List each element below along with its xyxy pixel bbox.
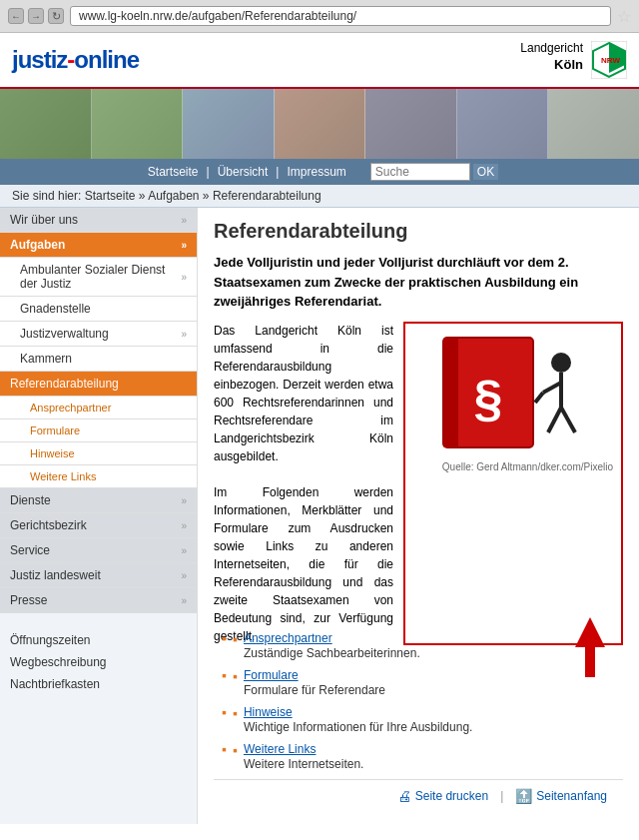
arrow-icon: » [181, 272, 187, 283]
banner-img-7 [548, 89, 639, 159]
bookmark-icon[interactable]: ☆ [617, 7, 631, 26]
sidebar-item-wir-uber-uns[interactable]: Wir über uns » [0, 208, 197, 233]
search-button[interactable]: OK [472, 163, 499, 181]
banner-img-5 [365, 89, 457, 159]
nav-bar: Startseite | Übersicht | Impressum OK [0, 159, 639, 185]
link-weitere-links[interactable]: Weitere Links [244, 742, 364, 756]
nrw-logo: NRW [591, 41, 627, 79]
court-name: Landgericht Köln [520, 41, 583, 73]
sidebar-bottom-wegbeschreibung[interactable]: Wegbeschreibung [0, 651, 197, 673]
bullet-icon: ▪ [233, 742, 238, 758]
svg-rect-5 [443, 338, 458, 447]
logo: justiz-online [12, 46, 520, 74]
breadcrumb-startseite[interactable]: Startseite [85, 189, 136, 203]
sidebar-item-kammern[interactable]: Kammern [0, 347, 197, 372]
book-svg: § [413, 328, 613, 457]
sidebar-item-dienste[interactable]: Dienste » [0, 488, 197, 513]
sidebar-item-aufgaben[interactable]: Aufgaben » [0, 233, 197, 258]
sidebar: Wir über uns » Aufgaben » Ambulanter Soz… [0, 208, 198, 824]
refresh-button[interactable]: ↻ [48, 8, 64, 24]
sidebar-item-ambulanter[interactable]: Ambulanter Sozialer Dienst der Justiz » [0, 258, 197, 297]
breadcrumb-sep-2: » [203, 189, 213, 203]
sidebar-item-service[interactable]: Service » [0, 538, 197, 563]
sidebar-item-hinweise[interactable]: Hinweise [0, 442, 197, 465]
sidebar-item-justiz-landesweit[interactable]: Justiz landesweit » [0, 563, 197, 588]
site-header: justiz-online Landgericht Köln NRW [0, 33, 639, 89]
top-icon: 🔝 [515, 788, 532, 804]
bullet-icon: ▪ [233, 631, 238, 647]
svg-line-9 [543, 383, 561, 393]
nav-startseite[interactable]: Startseite [140, 165, 207, 179]
banner-img-6 [457, 89, 549, 159]
top-link[interactable]: 🔝 Seitenanfang [515, 788, 607, 804]
sidebar-item-gnadenstelle[interactable]: Gnadenstelle [0, 297, 197, 322]
print-link[interactable]: 🖨 Seite drucken [397, 788, 488, 804]
nav-links: Startseite | Übersicht | Impressum OK [140, 163, 499, 181]
header-right: Landgericht Köln NRW [520, 41, 627, 79]
sidebar-bottom-oeffnungszeiten[interactable]: Öffnungszeiten [0, 629, 197, 651]
search-box: OK [370, 163, 499, 181]
logo-text: justiz-online [12, 46, 139, 73]
sidebar-bottom: Öffnungszeiten Wegbeschreibung Nachtbrie… [0, 629, 197, 695]
link-ansprechpartner[interactable]: Ansprechpartner [244, 631, 420, 645]
banner [0, 89, 639, 159]
address-bar[interactable]: www.lg-koeln.nrw.de/aufgaben/Referendara… [70, 6, 611, 26]
arrow-icon: » [181, 545, 187, 556]
nav-impressum[interactable]: Impressum [279, 165, 353, 179]
arrow-icon: » [181, 595, 187, 606]
breadcrumb-aufgaben[interactable]: Aufgaben [148, 189, 199, 203]
sidebar-item-gerichtsbezirk[interactable]: Gerichtsbezirk » [0, 513, 197, 538]
breadcrumb: Sie sind hier: Startseite » Aufgaben » R… [0, 185, 639, 208]
main-layout: Wir über uns » Aufgaben » Ambulanter Soz… [0, 208, 639, 824]
link-formulare[interactable]: Formulare [244, 668, 385, 682]
sidebar-item-ansprechpartner[interactable]: Ansprechpartner [0, 397, 197, 420]
sidebar-item-referendarabteilung[interactable]: Referendarabteilung [0, 372, 197, 397]
links-list: ▪ Ansprechpartner Zuständige Sachbearbei… [222, 631, 623, 771]
main-paragraph-1: Das Landgericht Köln ist umfassend in di… [214, 322, 393, 645]
forward-button[interactable]: → [28, 8, 44, 24]
sidebar-item-formulare[interactable]: Formulare [0, 420, 197, 442]
arrow-icon: » [181, 329, 187, 340]
sidebar-item-justizverwaltung[interactable]: Justizverwaltung » [0, 322, 197, 347]
svg-text:§: § [474, 369, 503, 426]
list-item: ▪ Weitere Links Weitere Internetseiten. [222, 742, 623, 771]
arrow-icon: » [181, 240, 187, 251]
banner-img-4 [275, 89, 366, 159]
link-item-weitere-links: Weitere Links Weitere Internetseiten. [244, 742, 364, 771]
footer-links: 🖨 Seite drucken | 🔝 Seitenanfang [214, 779, 623, 812]
bullet-icon: ▪ [233, 705, 238, 721]
list-item: ▪ Hinweise Wichtige Informationen für Ih… [222, 705, 623, 734]
svg-line-11 [561, 408, 575, 432]
banner-img-1 [0, 89, 92, 159]
page-title: Referendarabteilung [214, 220, 623, 243]
svg-marker-13 [575, 617, 605, 677]
arrow-icon: » [181, 570, 187, 581]
book-image: § [413, 328, 613, 457]
svg-point-7 [551, 353, 571, 373]
sidebar-item-weitere-links[interactable]: Weitere Links [0, 465, 197, 488]
list-item: ▪ Formulare Formulare für Referendare [222, 668, 623, 697]
arrow-icon: » [181, 495, 187, 506]
link-item-ansprechpartner: Ansprechpartner Zuständige Sachbearbeite… [244, 631, 420, 660]
link-hinweise[interactable]: Hinweise [244, 705, 472, 719]
back-button[interactable]: ← [8, 8, 24, 24]
browser-chrome: ← → ↻ www.lg-koeln.nrw.de/aufgaben/Refer… [0, 0, 639, 33]
bullet-icon: ▪ [233, 668, 238, 684]
image-box: § Quelle: Gerd Altmann/dker.com/Pixelio [403, 322, 623, 645]
red-arrow-svg [565, 617, 615, 677]
image-caption: Quelle: Gerd Altmann/dker.com/Pixelio [409, 461, 617, 472]
sidebar-bottom-nachtbriefkasten[interactable]: Nachtbriefkasten [0, 673, 197, 695]
print-icon: 🖨 [397, 788, 411, 804]
link-item-formulare: Formulare Formulare für Referendare [244, 668, 385, 697]
banner-img-2 [92, 89, 184, 159]
footer-separator: | [500, 789, 503, 803]
banner-img-3 [183, 89, 275, 159]
search-input[interactable] [370, 163, 470, 181]
svg-line-10 [548, 408, 561, 432]
arrow-icon: » [181, 215, 187, 226]
breadcrumb-prefix: Sie sind hier: [12, 189, 81, 203]
sidebar-divider [0, 613, 197, 621]
nav-uebersicht[interactable]: Übersicht [210, 165, 277, 179]
sidebar-item-presse[interactable]: Presse » [0, 588, 197, 613]
content-with-image: Das Landgericht Köln ist umfassend in di… [214, 322, 623, 645]
